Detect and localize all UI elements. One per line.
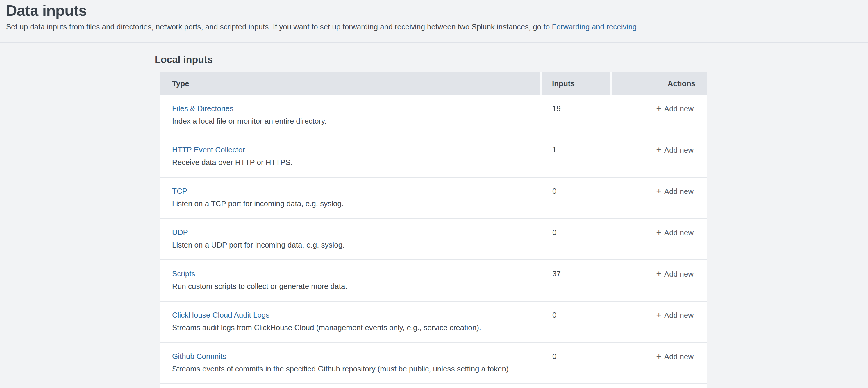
type-cell: UDP Listen on a UDP port for incoming da…	[160, 219, 540, 260]
inputs-count: 0	[540, 302, 610, 342]
add-new-link[interactable]: +Add new	[656, 309, 693, 321]
table-row: Files & Directories Index a local file o…	[160, 95, 707, 137]
add-new-label: Add new	[664, 146, 693, 154]
page-subtitle-text: Set up data inputs from files and direct…	[6, 22, 552, 31]
data-inputs-page: Data inputs Set up data inputs from file…	[0, 0, 868, 388]
table-row: UDP Listen on a UDP port for incoming da…	[160, 219, 707, 260]
add-new-link[interactable]: +Add new	[656, 185, 693, 197]
plus-icon: +	[656, 227, 661, 238]
input-type-link[interactable]: Scripts	[172, 269, 195, 279]
table-row: Scripts Run custom scripts to collect or…	[160, 260, 707, 302]
type-cell: Scripts Run custom scripts to collect or…	[160, 260, 540, 301]
input-type-link[interactable]: UDP	[172, 228, 188, 237]
actions-cell: +Add new	[610, 95, 707, 136]
inputs-count: 0	[540, 343, 610, 383]
type-cell: HTTP Event Collector Receive data over H…	[160, 137, 540, 177]
inputs-count: 19	[540, 95, 610, 136]
actions-cell: +Add new	[610, 178, 707, 218]
inputs-count: 1	[540, 137, 610, 177]
input-type-link[interactable]: Github Commits	[172, 351, 226, 361]
table-row: HTTP Event Collector Receive data over H…	[160, 137, 707, 178]
add-new-link[interactable]: +Add new	[656, 227, 693, 238]
local-inputs-table: Type Inputs Actions Files & Directories …	[160, 72, 707, 388]
page-title: Data inputs	[6, 1, 859, 20]
type-cell: TCP Listen on a TCP port for incoming da…	[160, 178, 540, 218]
input-type-description: Listen on a UDP port for incoming data, …	[172, 240, 540, 250]
inputs-count: 37	[540, 260, 610, 301]
type-cell: ClickHouse Cloud Audit Logs Streams audi…	[160, 302, 540, 342]
table-row: Github Commits Streams events of commits…	[160, 343, 707, 384]
add-new-label: Add new	[664, 270, 693, 278]
input-type-link[interactable]: Files & Directories	[172, 103, 234, 113]
content-area: Local inputs Type Inputs Actions Files &…	[0, 54, 868, 388]
table-header-row: Type Inputs Actions	[160, 72, 707, 95]
input-type-description: Streams audit logs from ClickHouse Cloud…	[172, 323, 540, 332]
add-new-label: Add new	[664, 352, 693, 361]
column-header-inputs: Inputs	[540, 72, 610, 95]
add-new-link[interactable]: +Add new	[656, 268, 693, 279]
type-cell: Github Commits Streams events of commits…	[160, 343, 540, 383]
actions-cell: +Add new	[610, 137, 707, 177]
forwarding-and-receiving-link[interactable]: Forwarding and receiving	[552, 22, 637, 31]
add-new-label: Add new	[664, 105, 693, 113]
input-type-description: Run custom scripts to collect or generat…	[172, 281, 540, 291]
table-row: TCP Listen on a TCP port for incoming da…	[160, 178, 707, 219]
table-body: Files & Directories Index a local file o…	[160, 95, 707, 384]
input-type-description: Index a local file or monitor an entire …	[172, 116, 540, 126]
add-new-label: Add new	[664, 311, 693, 320]
input-type-link[interactable]: HTTP Event Collector	[172, 145, 245, 155]
actions-cell: +Add new	[610, 343, 707, 383]
plus-icon: +	[656, 186, 661, 196]
plus-icon: +	[656, 351, 661, 361]
plus-icon: +	[656, 310, 661, 320]
table-row: ClickHouse Cloud Audit Logs Streams audi…	[160, 302, 707, 343]
input-type-link[interactable]: TCP	[172, 186, 187, 196]
page-header: Data inputs Set up data inputs from file…	[0, 0, 868, 32]
add-new-label: Add new	[664, 228, 693, 237]
table-row-partial	[160, 384, 707, 388]
actions-cell: +Add new	[610, 302, 707, 342]
plus-icon: +	[656, 145, 661, 155]
inputs-count: 0	[540, 219, 610, 260]
add-new-link[interactable]: +Add new	[656, 351, 693, 362]
plus-icon: +	[656, 268, 661, 279]
inputs-count: 0	[540, 178, 610, 218]
input-type-link[interactable]: ClickHouse Cloud Audit Logs	[172, 310, 270, 320]
section-heading-local-inputs: Local inputs	[155, 54, 868, 65]
page-subtitle: Set up data inputs from files and direct…	[6, 22, 859, 32]
add-new-link[interactable]: +Add new	[656, 144, 693, 155]
actions-cell: +Add new	[610, 260, 707, 301]
type-cell: Files & Directories Index a local file o…	[160, 95, 540, 136]
column-header-actions: Actions	[610, 72, 707, 95]
add-new-link[interactable]: +Add new	[656, 103, 693, 114]
column-header-type: Type	[160, 72, 540, 95]
actions-cell: +Add new	[610, 219, 707, 260]
add-new-label: Add new	[664, 187, 693, 196]
input-type-description: Streams events of commits in the specifi…	[172, 364, 540, 374]
header-divider	[0, 42, 868, 43]
input-type-description: Listen on a TCP port for incoming data, …	[172, 199, 540, 209]
plus-icon: +	[656, 103, 661, 114]
page-subtitle-period: .	[637, 22, 639, 31]
input-type-description: Receive data over HTTP or HTTPS.	[172, 157, 540, 167]
